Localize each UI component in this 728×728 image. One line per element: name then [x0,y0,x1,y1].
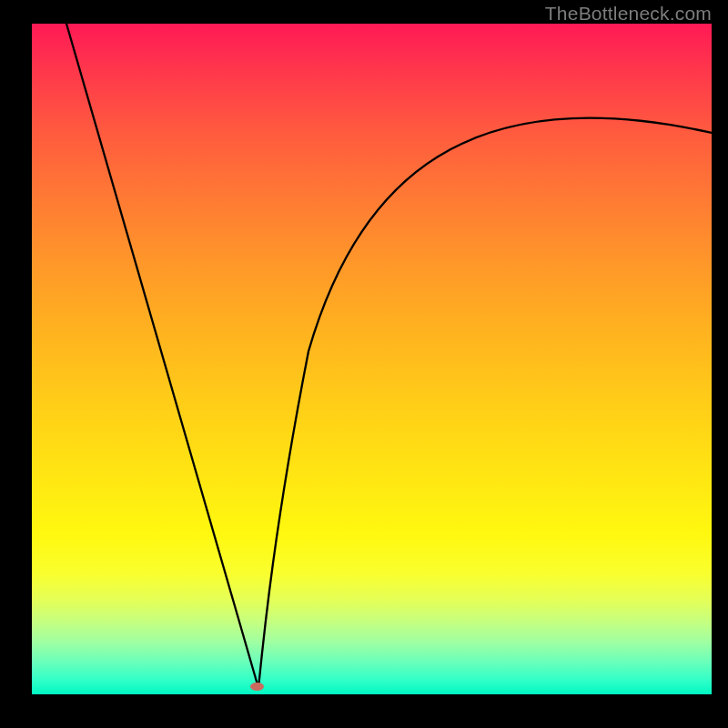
plot-area [32,24,712,694]
optimal-point-marker [250,682,264,691]
chart-frame: TheBottleneck.com [0,0,728,728]
curve-path [66,24,712,688]
watermark-text: TheBottleneck.com [545,3,712,25]
bottleneck-curve [32,24,712,694]
